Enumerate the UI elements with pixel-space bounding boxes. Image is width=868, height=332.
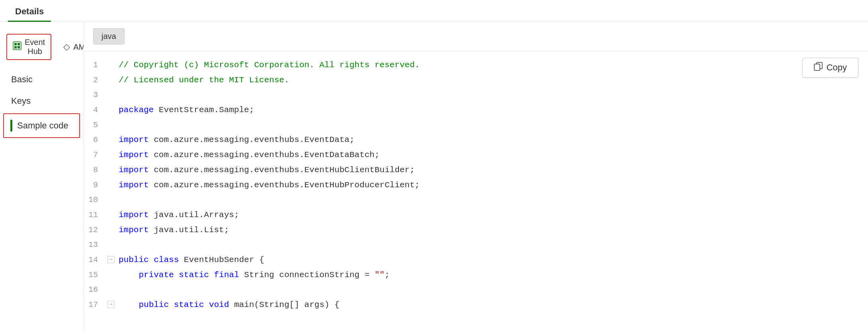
amqp-icon: ◇ — [63, 42, 70, 52]
sample-code-active-bar — [10, 120, 12, 132]
sidebar: Event Hub ◇ AMQP — [0, 22, 84, 332]
lang-bar: java — [84, 22, 868, 51]
code-line-5: 5 — [84, 118, 868, 133]
copy-icon — [814, 62, 823, 73]
lang-java-btn[interactable]: java — [93, 28, 125, 45]
code-line-8: 8 import com.azure.messaging.eventhubs.E… — [84, 163, 868, 178]
tab-details[interactable]: Details — [8, 2, 51, 22]
code-block: 1 // Copyright (c) Microsoft Corporation… — [84, 51, 868, 319]
code-block-container: Copy 1 // Copyright (c) Microsoft Corpor… — [84, 51, 868, 319]
code-line-2: 2 // Licensed under the MIT License. — [84, 73, 868, 88]
sidebar-nav: Basic Keys Sample code — [0, 69, 83, 138]
sidebar-item-sample-code[interactable]: Sample code — [3, 113, 80, 138]
eventhub-label: Event Hub — [25, 38, 45, 56]
code-line-4: 4 package EventStream.Sample; — [84, 103, 868, 118]
code-line-9: 9 import com.azure.messaging.eventhubs.E… — [84, 178, 868, 193]
svg-rect-3 — [14, 46, 17, 49]
code-line-13: 13 — [84, 237, 868, 252]
copy-button[interactable]: Copy — [802, 58, 858, 78]
code-line-10: 10 — [84, 192, 868, 208]
code-line-1: 1 // Copyright (c) Microsoft Corporation… — [84, 58, 868, 73]
eventhub-icon — [13, 41, 22, 52]
svg-rect-1 — [14, 43, 17, 45]
code-line-11: 11 import java.util.Arrays; — [84, 208, 868, 223]
tab-bar: Details — [0, 0, 868, 22]
copy-label: Copy — [827, 62, 847, 73]
code-line-17: 17 − public static void main(String[] ar… — [84, 297, 868, 313]
sidebar-item-basic[interactable]: Basic — [0, 69, 83, 90]
svg-rect-13 — [814, 64, 820, 70]
code-line-7: 7 import com.azure.messaging.eventhubs.E… — [84, 148, 868, 163]
code-line-3: 3 — [84, 87, 868, 103]
code-line-6: 6 import com.azure.messaging.eventhubs.E… — [84, 132, 868, 148]
protocol-row: Event Hub ◇ AMQP — [0, 30, 83, 64]
main-content: Event Hub ◇ AMQP — [0, 22, 868, 332]
page-container: Details Event Hub — [0, 0, 868, 332]
code-line-14: 14 − public class EventHubSender { — [84, 252, 868, 268]
eventhub-protocol-btn[interactable]: Event Hub — [6, 34, 51, 60]
sidebar-item-keys[interactable]: Keys — [0, 90, 83, 112]
code-line-16: 16 — [84, 282, 868, 297]
code-area: java Copy 1 — [84, 22, 868, 332]
code-line-12: 12 import java.util.List; — [84, 223, 868, 238]
svg-rect-4 — [18, 46, 20, 49]
sample-code-label: Sample code — [17, 120, 68, 131]
svg-rect-2 — [18, 43, 20, 45]
code-line-15: 15 private static final String connectio… — [84, 268, 868, 283]
